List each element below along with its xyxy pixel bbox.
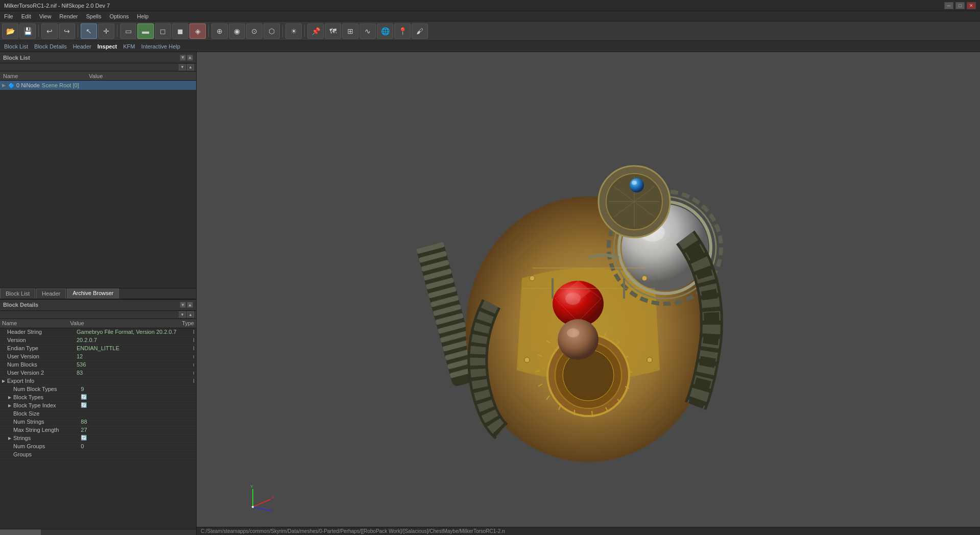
toolbar-sep4	[208, 25, 209, 37]
toolbar-eye1[interactable]: ◉	[229, 23, 245, 39]
toolbar-cube1[interactable]: ▭	[120, 23, 136, 39]
scroll-down-btn[interactable]: ▲	[187, 64, 194, 70]
toolbar-sep1	[38, 25, 39, 37]
tree-row-ninode[interactable]: ▶ 🔷 0 NiNode Scene Root [0]	[0, 81, 196, 90]
toolbar-save[interactable]: 💾	[19, 23, 36, 39]
svg-point-56	[642, 276, 647, 281]
svg-point-52	[632, 181, 637, 185]
maximize-button[interactable]: □	[955, 2, 965, 9]
block-list-rows: ▶ 🔷 0 NiNode Scene Root [0]	[0, 81, 196, 90]
svg-line-28	[592, 411, 592, 416]
details-col-headers: Name Value Type	[0, 319, 196, 328]
detail-export-info[interactable]: ▶ Export Info ExportIn	[0, 377, 196, 385]
svg-point-51	[630, 178, 644, 192]
toolbar-open[interactable]: 📂	[2, 23, 18, 39]
menu-options[interactable]: Options	[105, 12, 133, 20]
panel-collapse-btn[interactable]: ▼	[180, 55, 186, 61]
bd-expand-btn[interactable]: ▲	[187, 302, 193, 308]
toolbar-transform[interactable]: ⊕	[211, 23, 228, 39]
viewport[interactable]: X Y Z C:/Steam/steamapps/common/Skyrim/D…	[197, 52, 980, 535]
menubar: File Edit View Render Spells Options Hel…	[0, 11, 980, 21]
detail-version[interactable]: Version 20.2.0.7 FileVersi	[0, 336, 196, 345]
toolbar-redo[interactable]: ↪	[59, 23, 75, 39]
detail-block-size[interactable]: Block Size uint	[0, 410, 196, 418]
toolbar-map[interactable]: 🗺	[325, 23, 341, 39]
tab-block-list[interactable]: Block List	[0, 288, 35, 299]
axis-indicator: X Y Z	[248, 484, 278, 515]
toolbar-render[interactable]: ⬡	[264, 23, 280, 39]
menu-view[interactable]: View	[35, 12, 56, 20]
detail-strings[interactable]: ▶ Strings 🔄 SizedStri	[0, 434, 196, 443]
detail-block-type-index[interactable]: ▶ Block Type Index 🔄 BlockTy	[0, 402, 196, 410]
action-header[interactable]: Header	[73, 43, 91, 50]
block-details-header: Block Details ▼ ▲	[0, 300, 196, 311]
scroll-up-btn[interactable]: ▼	[179, 64, 186, 70]
block-list-col-headers: Name Value	[0, 71, 196, 81]
detail-num-strings[interactable]: Num Strings 88 uint	[0, 418, 196, 426]
tree-value-0: Scene Root [0]	[42, 82, 79, 88]
minimize-button[interactable]: ─	[944, 2, 953, 9]
svg-point-65	[252, 506, 254, 508]
detail-user-version-2[interactable]: User Version 2 83 ulittle32	[0, 369, 196, 377]
toolbar-cube4[interactable]: ◼	[172, 23, 188, 39]
detail-num-blocks[interactable]: Num Blocks 536 ulittle32	[0, 361, 196, 369]
detail-max-string-length[interactable]: Max String Length 27 uint	[0, 426, 196, 434]
toolbar-cube2[interactable]: ▬	[137, 23, 154, 39]
toolbar-wave[interactable]: ∿	[360, 23, 376, 39]
block-list-panel: Block List ▼ ▲ ▼ ▲ Name Value ▶ 🔷 0 NiNo…	[0, 52, 196, 288]
bd-scroll-down[interactable]: ▲	[187, 311, 194, 318]
tab-header[interactable]: Header	[36, 288, 66, 299]
tabs-bar: Block List Header Archive Browser	[0, 288, 196, 300]
bd-scroll-up[interactable]: ▼	[179, 311, 186, 318]
block-list-header: Block List ▼ ▲	[0, 52, 196, 63]
menu-spells[interactable]: Spells	[82, 12, 105, 20]
h-scrollbar[interactable]	[0, 529, 196, 535]
refresh-icon-block-type-index: 🔄	[81, 402, 88, 409]
menu-render[interactable]: Render	[55, 12, 82, 20]
panel-controls: ▼ ▲	[180, 55, 193, 61]
toolbar-graph[interactable]: ⊞	[342, 23, 358, 39]
toolbar-marker[interactable]: 📍	[394, 23, 411, 39]
block-details-title: Block Details	[3, 302, 38, 308]
tree-icon-0: 🔷	[8, 83, 14, 88]
model-container	[222, 78, 954, 520]
toolbar-undo[interactable]: ↩	[41, 23, 58, 39]
toolbar-pin[interactable]: 📌	[307, 23, 324, 39]
menu-edit[interactable]: Edit	[17, 12, 35, 20]
detail-groups[interactable]: Groups uint	[0, 451, 196, 459]
model-svg	[410, 125, 767, 472]
action-kfm[interactable]: KFM	[123, 43, 135, 50]
toolbar-sep5	[282, 25, 283, 37]
bd-scroll-arrows: ▼ ▲	[0, 311, 196, 319]
tab-archive-browser[interactable]: Archive Browser	[67, 288, 119, 299]
menu-help[interactable]: Help	[133, 12, 153, 20]
action-interactive-help[interactable]: Interactive Help	[141, 43, 180, 50]
close-button[interactable]: ✕	[967, 2, 976, 9]
toolbar-brush[interactable]: 🖌	[412, 23, 428, 39]
h-scroll-thumb[interactable]	[0, 529, 41, 535]
toolbar-sep3	[117, 25, 117, 37]
toolbar-move[interactable]: ✛	[98, 23, 114, 39]
action-block-details[interactable]: Block Details	[34, 43, 67, 50]
toolbar-select[interactable]: ↖	[81, 23, 97, 39]
toolbar-globe[interactable]: 🌐	[377, 23, 393, 39]
toolbar-cube3[interactable]: ◻	[155, 23, 171, 39]
detail-block-types[interactable]: ▶ Block Types 🔄 SizedStri	[0, 394, 196, 402]
tree-name-0: 0 NiNode	[16, 82, 40, 88]
toolbar-cube5[interactable]: ◈	[189, 23, 206, 39]
menu-file[interactable]: File	[0, 12, 17, 20]
toolbar-eye2[interactable]: ⊙	[246, 23, 262, 39]
detail-num-block-types[interactable]: Num Block Types 9 ushort	[0, 385, 196, 394]
action-inspect[interactable]: Inspect	[98, 43, 117, 50]
detail-user-version[interactable]: User Version 12 ulittle32	[0, 353, 196, 361]
detail-num-groups[interactable]: Num Groups 0 uint	[0, 443, 196, 451]
block-details-controls: ▼ ▲	[180, 302, 193, 308]
action-block-list[interactable]: Block List	[4, 43, 28, 50]
bd-collapse-btn[interactable]: ▼	[180, 302, 186, 308]
panel-expand-btn[interactable]: ▲	[187, 55, 193, 61]
toolbar-light1[interactable]: ☀	[285, 23, 302, 39]
detail-header-string[interactable]: Header String Gamebryo File Format, Vers…	[0, 328, 196, 336]
detail-endian-type[interactable]: Endian Type ENDIAN_LITTLE EndianT	[0, 345, 196, 353]
col-value-label: Value	[89, 73, 194, 79]
svg-line-59	[253, 499, 271, 507]
